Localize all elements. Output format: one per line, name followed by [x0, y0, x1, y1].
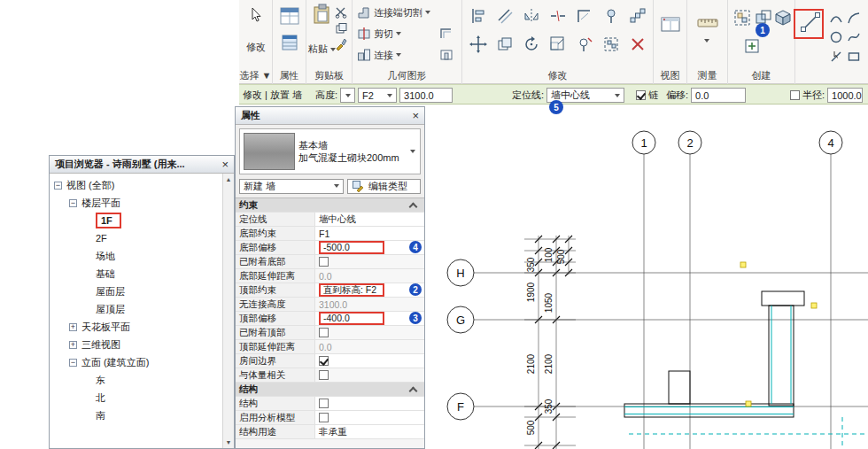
property-value[interactable]: 直到标高: F2	[315, 283, 424, 297]
collapse-icon[interactable]: −	[69, 359, 77, 367]
expand-icon[interactable]: +	[69, 323, 77, 331]
property-checkbox[interactable]	[319, 328, 329, 337]
insert-tool[interactable]	[743, 37, 761, 55]
property-row[interactable]: 结构	[236, 397, 424, 411]
radius-input[interactable]: 1000.0	[827, 88, 863, 103]
scroll-up-icon[interactable]: ▲	[223, 174, 234, 185]
property-value[interactable]: 3100.0	[315, 298, 424, 311]
type-properties-tool[interactable]	[281, 34, 298, 51]
level-dropdown[interactable]: F2	[358, 88, 397, 103]
collapse-icon[interactable]: −	[69, 199, 77, 207]
tree-item[interactable]: 屋顶层	[50, 300, 222, 318]
rotate-tool[interactable]	[523, 35, 540, 53]
tree-item[interactable]: +天花板平面	[50, 318, 222, 336]
tree-item[interactable]: −立面 (建筑立面)	[50, 353, 222, 371]
modify-cursor-tool[interactable]	[248, 7, 264, 23]
align-tool[interactable]	[469, 7, 487, 25]
tree-item[interactable]: 基础	[50, 265, 222, 283]
tree-item[interactable]: −视图 (全部)	[50, 176, 222, 194]
tree-item[interactable]: 屋面层	[50, 283, 222, 300]
cut-geometry-tool[interactable]: 剪切	[357, 27, 401, 41]
draw-rectangle-tool[interactable]	[847, 50, 861, 64]
radius-checkbox[interactable]	[790, 90, 800, 100]
property-checkbox[interactable]	[319, 257, 329, 267]
draw-spline-tool[interactable]	[847, 30, 861, 44]
property-value[interactable]: 0.0	[315, 340, 424, 353]
instance-filter-dropdown[interactable]: 新建 墙	[239, 179, 344, 194]
cut-tool[interactable]	[335, 6, 347, 19]
draw-tangent-arc-tool[interactable]	[847, 11, 861, 25]
tree-item[interactable]: 东	[50, 371, 222, 389]
draw-arc-tool[interactable]	[829, 11, 843, 25]
split-tool[interactable]	[549, 7, 567, 25]
collapse-chevron-icon[interactable]	[409, 202, 418, 211]
property-row[interactable]: 底部偏移-500.04	[236, 241, 424, 255]
copy-to-clipboard-tool[interactable]	[335, 22, 347, 35]
expand-icon[interactable]: +	[69, 341, 77, 349]
property-row[interactable]: 顶部偏移-400.03	[236, 312, 424, 326]
offset-input[interactable]: 0.0	[691, 88, 746, 103]
tree-item[interactable]: +三维视图	[50, 336, 222, 353]
measure-tool[interactable]	[696, 11, 719, 34]
group-edit-tool[interactable]	[602, 35, 620, 53]
property-checkbox[interactable]	[319, 399, 329, 408]
panel-label-measure[interactable]: 测量	[687, 69, 727, 84]
paste-tool[interactable]	[312, 4, 333, 25]
collapse-chevron-icon[interactable]	[409, 386, 418, 395]
project-browser-close-icon[interactable]: ×	[221, 159, 229, 170]
property-checkbox[interactable]	[319, 413, 329, 422]
property-section-header[interactable]: 约束	[236, 198, 424, 213]
property-row[interactable]: 顶部延伸距离0.0	[236, 340, 424, 354]
scroll-down-icon[interactable]: ▼	[223, 437, 234, 448]
property-row[interactable]: 启用分析模型	[236, 411, 424, 425]
properties-tool[interactable]	[279, 5, 300, 27]
property-value[interactable]: 非承重	[315, 425, 424, 438]
draw-circle-tool[interactable]	[829, 30, 843, 44]
property-row[interactable]: 无连接高度3100.0	[236, 298, 424, 312]
tree-item[interactable]: 南	[50, 406, 222, 424]
property-row[interactable]: 已附着顶部	[236, 326, 424, 340]
property-row[interactable]: 顶部约束直到标高: F22	[236, 283, 424, 298]
create-assembly-tool[interactable]	[774, 9, 792, 27]
property-row[interactable]: 底部延伸距离0.0	[236, 269, 424, 283]
measure-dropdown[interactable]	[704, 39, 709, 43]
tree-item[interactable]: 场地	[50, 247, 222, 265]
property-value[interactable]	[315, 411, 424, 424]
property-value[interactable]	[315, 326, 424, 339]
trim-tool[interactable]	[576, 7, 593, 25]
property-value[interactable]	[315, 368, 424, 382]
panel-label-create[interactable]: 创建	[728, 69, 794, 84]
wall-opening-tool[interactable]	[439, 48, 453, 62]
tree-item[interactable]: 2F	[50, 229, 222, 247]
height-value-input[interactable]: 3100.0	[399, 88, 453, 103]
mirror-tool[interactable]	[523, 7, 540, 25]
join-geometry-tool[interactable]: 连接	[357, 48, 401, 62]
property-value[interactable]: -500.0	[315, 241, 424, 254]
panel-label-modify[interactable]: 修改	[462, 69, 653, 84]
property-row[interactable]: 已附着底部	[236, 255, 424, 269]
draw-pick-lines-tool[interactable]	[829, 50, 843, 64]
property-row[interactable]: 与体量相关	[236, 368, 424, 383]
create-group-tool[interactable]	[733, 9, 751, 27]
unpin-tool[interactable]	[576, 35, 593, 53]
type-selector[interactable]: 基本墙 加气混凝土砌块200mm	[239, 128, 421, 174]
join-end-cut-tool[interactable]: 连接端切割	[357, 5, 430, 19]
property-row[interactable]: 定位线墙中心线	[236, 213, 424, 227]
property-row[interactable]: 底部约束F1	[236, 227, 424, 241]
array-tool[interactable]	[629, 7, 647, 25]
tree-item[interactable]: 1F	[50, 212, 222, 229]
property-value[interactable]: 0.0	[315, 269, 424, 283]
property-checkbox[interactable]	[319, 370, 329, 380]
property-checkbox[interactable]	[319, 356, 329, 366]
panel-label-properties[interactable]: 属性	[273, 69, 306, 84]
property-value[interactable]	[315, 354, 424, 368]
beam-cope-tool[interactable]	[439, 27, 453, 41]
project-browser-scrollbar[interactable]: ▲ ▼	[222, 174, 234, 448]
panel-label-view[interactable]: 视图	[654, 69, 686, 84]
properties-titlebar[interactable]: 属性 ×	[236, 107, 424, 125]
panel-label-select[interactable]: 选择 ▼	[239, 69, 272, 84]
property-row[interactable]: 房间边界	[236, 354, 424, 368]
property-value[interactable]	[315, 397, 424, 410]
panel-label-geometry[interactable]: 几何图形	[353, 69, 461, 84]
view-tool[interactable]	[660, 14, 681, 35]
